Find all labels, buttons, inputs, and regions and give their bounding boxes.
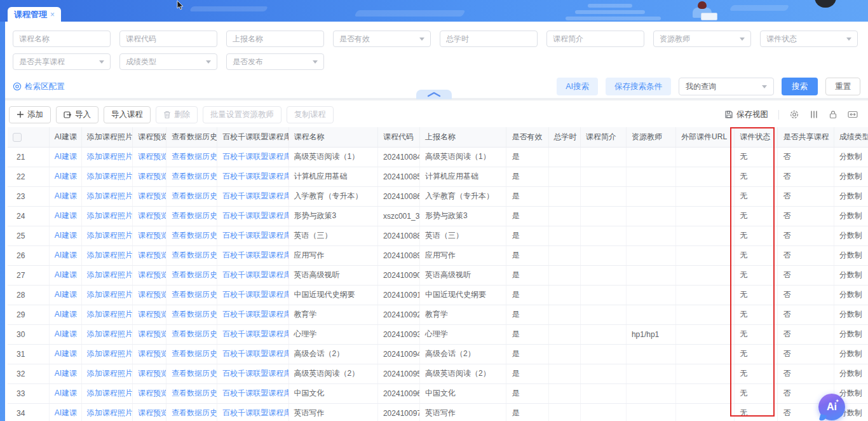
table-row[interactable]: 23AI建课添加课程照片课程预览查看数据历史百校千课联盟课程库入学教育（专升本）… — [8, 186, 868, 206]
row-action-link[interactable]: 课程预览 — [138, 329, 166, 338]
filter-select-2[interactable]: 是否发布 — [226, 53, 324, 70]
row-action-link[interactable]: AI建课 — [55, 310, 77, 319]
row-action-link[interactable]: 添加课程照片 — [87, 389, 133, 397]
save-view-button[interactable]: 保存视图 — [724, 109, 768, 120]
row-action-link[interactable]: AI建课 — [55, 191, 77, 200]
reset-button[interactable]: 重置 — [825, 78, 860, 95]
row-action-link[interactable]: 百校千课联盟课程库 — [222, 389, 288, 397]
row-action-link[interactable]: 课程预览 — [138, 290, 166, 299]
row-action-link[interactable]: 添加课程照片 — [87, 191, 133, 200]
row-action-link[interactable]: AI建课 — [55, 369, 77, 378]
search-area-config-link[interactable]: 检索区配置 — [13, 81, 65, 92]
filter-select-6[interactable]: 资源教师 — [653, 31, 751, 47]
table-row[interactable]: 22AI建课添加课程照片课程预览查看数据历史百校千课联盟课程库计算机应用基础20… — [8, 167, 868, 186]
batch-set-resource-teacher-button[interactable]: 批量设置资源教师 — [203, 106, 281, 123]
row-action-link[interactable]: 课程预览 — [138, 211, 166, 220]
table-row[interactable]: 26AI建课添加课程照片课程预览查看数据历史百校千课联盟课程库应用写作20241… — [8, 245, 868, 265]
table-row[interactable]: 25AI建课添加课程照片课程预览查看数据历史百校千课联盟课程库英语（三）2024… — [8, 226, 868, 245]
row-action-link[interactable]: 添加课程照片 — [87, 152, 133, 161]
ai-search-button[interactable]: AI搜索 — [557, 78, 598, 95]
row-action-link[interactable]: 查看数据历史 — [172, 389, 217, 397]
row-action-link[interactable]: AI建课 — [55, 349, 77, 358]
table-row[interactable]: 29AI建课添加课程照片课程预览查看数据历史百校千课联盟课程库教育学202410… — [8, 305, 868, 324]
row-action-link[interactable]: 百校千课联盟课程库 — [222, 251, 288, 259]
filter-input-1[interactable] — [119, 31, 217, 47]
save-search-conditions-button[interactable]: 保存搜索条件 — [606, 78, 671, 95]
row-action-link[interactable]: 查看数据历史 — [172, 191, 217, 200]
tab-course-management[interactable]: 课程管理 × — [8, 7, 61, 22]
select-all-checkbox[interactable] — [13, 133, 22, 142]
filter-input-4[interactable] — [440, 31, 538, 47]
lock-icon[interactable] — [829, 110, 837, 119]
row-action-link[interactable]: 百校千课联盟课程库 — [222, 290, 288, 299]
filter-select-3[interactable]: 是否有效 — [333, 31, 431, 47]
row-action-link[interactable]: 百校千课联盟课程库 — [222, 349, 288, 358]
row-action-link[interactable]: 课程预览 — [138, 251, 166, 259]
table-row[interactable]: 33AI建课添加课程照片课程预览查看数据历史百校千课联盟课程库中国文化20241… — [8, 383, 868, 403]
filter-select-1[interactable]: 成绩类型 — [119, 53, 217, 70]
row-action-link[interactable]: 课程预览 — [138, 231, 166, 240]
row-action-link[interactable]: 添加课程照片 — [87, 211, 133, 220]
filter-collapse-toggle[interactable] — [416, 90, 452, 99]
row-action-link[interactable]: 百校千课联盟课程库 — [222, 152, 288, 161]
import-button[interactable]: 导入 — [56, 106, 98, 123]
row-action-link[interactable]: 添加课程照片 — [87, 172, 133, 181]
row-action-link[interactable]: 添加课程照片 — [87, 349, 133, 358]
filter-input-5[interactable] — [546, 31, 644, 47]
row-action-link[interactable]: AI建课 — [55, 290, 77, 299]
row-action-link[interactable]: 查看数据历史 — [172, 290, 217, 299]
row-action-link[interactable]: 查看数据历史 — [172, 310, 217, 319]
row-action-link[interactable]: 百校千课联盟课程库 — [222, 270, 288, 279]
row-action-link[interactable]: 课程预览 — [138, 369, 166, 378]
row-action-link[interactable]: 课程预览 — [138, 270, 166, 279]
table-row[interactable]: 31AI建课添加课程照片课程预览查看数据历史百校千课联盟课程库高级会话（2）20… — [8, 344, 868, 364]
filter-input-2[interactable] — [226, 31, 324, 47]
row-action-link[interactable]: 查看数据历史 — [172, 251, 217, 259]
row-action-link[interactable]: 百校千课联盟课程库 — [222, 191, 288, 200]
filter-input-0[interactable] — [13, 31, 111, 47]
row-action-link[interactable]: 课程预览 — [138, 310, 166, 319]
row-action-link[interactable]: 百校千课联盟课程库 — [222, 310, 288, 319]
fit-width-icon[interactable] — [848, 110, 858, 119]
table-row[interactable]: 27AI建课添加课程照片课程预览查看数据历史百校千课联盟课程库英语高级视听202… — [8, 265, 868, 285]
row-action-link[interactable]: 添加课程照片 — [87, 270, 133, 279]
row-action-link[interactable]: 课程预览 — [138, 172, 166, 181]
table-row[interactable]: 32AI建课添加课程照片课程预览查看数据历史百校千课联盟课程库高级英语阅读（2）… — [8, 364, 868, 383]
row-action-link[interactable]: 添加课程照片 — [87, 408, 133, 417]
row-action-link[interactable]: 课程预览 — [138, 349, 166, 358]
row-action-link[interactable]: 添加课程照片 — [87, 369, 133, 378]
table-row[interactable]: 34AI建课添加课程照片课程预览查看数据历史百校千课联盟课程库英语写作20241… — [8, 403, 868, 421]
row-action-link[interactable]: 百校千课联盟课程库 — [222, 172, 288, 181]
table-row[interactable]: 28AI建课添加课程照片课程预览查看数据历史百校千课联盟课程库中国近现代史纲要2… — [8, 285, 868, 305]
row-action-link[interactable]: 查看数据历史 — [172, 231, 217, 240]
delete-button[interactable]: 删除 — [156, 106, 198, 123]
row-action-link[interactable]: AI建课 — [55, 408, 77, 417]
row-action-link[interactable]: AI建课 — [55, 231, 77, 240]
refresh-settings-icon[interactable] — [789, 109, 799, 120]
row-action-link[interactable]: 查看数据历史 — [172, 329, 217, 338]
row-action-link[interactable]: AI建课 — [55, 270, 77, 279]
row-action-link[interactable]: AI建课 — [55, 389, 77, 397]
row-action-link[interactable]: 添加课程照片 — [87, 231, 133, 240]
row-action-link[interactable]: 查看数据历史 — [172, 172, 217, 181]
filter-select-0[interactable]: 是否共享课程 — [13, 53, 111, 70]
my-query-select[interactable]: 我的查询 — [679, 78, 774, 95]
row-action-link[interactable]: 课程预览 — [138, 408, 166, 417]
column-settings-icon[interactable] — [810, 110, 818, 119]
row-action-link[interactable]: AI建课 — [55, 172, 77, 181]
row-action-link[interactable]: 添加课程照片 — [87, 251, 133, 259]
row-action-link[interactable]: 课程预览 — [138, 191, 166, 200]
copy-course-button[interactable]: 复制课程 — [287, 106, 334, 123]
row-action-link[interactable]: 课程预览 — [138, 389, 166, 397]
row-action-link[interactable]: 添加课程照片 — [87, 290, 133, 299]
row-action-link[interactable]: 查看数据历史 — [172, 211, 217, 220]
row-action-link[interactable]: 百校千课联盟课程库 — [222, 329, 288, 338]
import-course-button[interactable]: 导入课程 — [104, 106, 151, 123]
row-action-link[interactable]: 查看数据历史 — [172, 270, 217, 279]
row-action-link[interactable]: 添加课程照片 — [87, 329, 133, 338]
row-action-link[interactable]: 查看数据历史 — [172, 152, 217, 161]
add-button[interactable]: 添加 — [9, 106, 51, 123]
tab-close-icon[interactable]: × — [50, 10, 55, 19]
ai-assistant-fab[interactable]: Ai ✦ — [818, 394, 845, 420]
row-action-link[interactable]: AI建课 — [55, 211, 77, 220]
